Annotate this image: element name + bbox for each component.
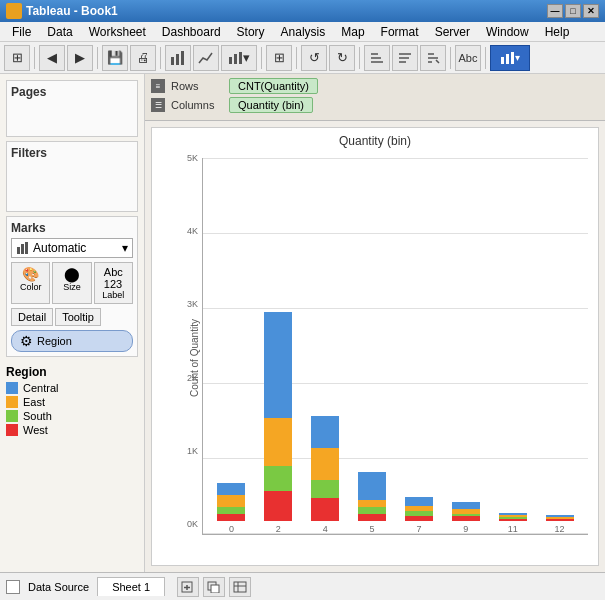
menu-window[interactable]: Window [478, 23, 537, 41]
maximize-button[interactable]: □ [565, 4, 581, 18]
bar-stack-2[interactable] [264, 312, 292, 521]
forward-button[interactable]: ▶ [67, 45, 93, 71]
filters-section: Filters [6, 141, 138, 212]
menu-file[interactable]: File [4, 23, 39, 41]
refresh-button[interactable]: ↺ [301, 45, 327, 71]
chart-title: Quantity (bin) [152, 128, 598, 150]
legend-item-west: West [6, 424, 138, 436]
chart-type-button[interactable]: ▾ [221, 45, 257, 71]
detail-button[interactable]: Detail [11, 308, 53, 326]
bar-segment-west [358, 514, 386, 521]
svg-rect-26 [234, 582, 246, 592]
color-button[interactable]: 🎨 Color [11, 262, 50, 304]
bar-stack-4[interactable] [311, 416, 339, 521]
bar-segment-south [358, 507, 386, 514]
marks-type-label: Automatic [33, 241, 86, 255]
x-label-12: 12 [555, 524, 565, 534]
filters-content [11, 163, 133, 207]
menu-help[interactable]: Help [537, 23, 578, 41]
menu-map[interactable]: Map [333, 23, 372, 41]
back-button[interactable]: ◀ [39, 45, 65, 71]
svg-rect-25 [211, 585, 219, 593]
pages-content [11, 102, 133, 132]
right-panel: ≡ Rows CNT(Quantity) ☰ Columns Quantity … [145, 74, 605, 572]
columns-pill[interactable]: Quantity (bin) [229, 97, 313, 113]
close-button[interactable]: ✕ [583, 4, 599, 18]
region-label: Region [37, 335, 72, 347]
more-sort-button[interactable] [420, 45, 446, 71]
bar-stack-5[interactable] [358, 472, 386, 521]
new-sheet-button[interactable] [177, 577, 199, 597]
bar-segment-east [358, 500, 386, 507]
tooltip-button[interactable]: Tooltip [55, 308, 101, 326]
bar-chart-icon[interactable] [165, 45, 191, 71]
bar-stack-0[interactable] [217, 483, 245, 521]
rows-pill[interactable]: CNT(Quantity) [229, 78, 318, 94]
marks-type-dropdown[interactable]: Automatic ▾ [11, 238, 133, 258]
label-marks-button[interactable]: Abc123 Label [94, 262, 133, 304]
sheet-1-tab[interactable]: Sheet 1 [97, 577, 165, 596]
bar-group-4: 4 [311, 416, 339, 534]
line-chart-icon[interactable] [193, 45, 219, 71]
menu-format[interactable]: Format [373, 23, 427, 41]
svg-rect-18 [17, 247, 20, 254]
view-data-button[interactable] [229, 577, 251, 597]
bar-stack-11[interactable] [499, 513, 527, 521]
menu-server[interactable]: Server [427, 23, 478, 41]
menu-dashboard[interactable]: Dashboard [154, 23, 229, 41]
bars-area: 0245791112 [203, 158, 588, 534]
status-icons [177, 577, 251, 597]
legend-item-central: Central [6, 382, 138, 394]
svg-rect-0 [171, 57, 174, 65]
svg-rect-15 [501, 57, 504, 64]
region-pill[interactable]: ⚙ Region [11, 330, 133, 352]
main-area: Pages Filters Marks Automatic ▾ 🎨 Color [0, 74, 605, 572]
menu-bar: File Data Worksheet Dashboard Story Anal… [0, 22, 605, 42]
print-button[interactable]: 🖨 [130, 45, 156, 71]
y-label-0k: 0K [163, 519, 198, 529]
svg-rect-1 [176, 54, 179, 65]
bar-stack-7[interactable] [405, 497, 433, 521]
sort-asc-button[interactable] [364, 45, 390, 71]
fit-button[interactable]: ⊞ [266, 45, 292, 71]
y-label-5k: 5K [163, 153, 198, 163]
bar-segment-west [264, 491, 292, 521]
menu-worksheet[interactable]: Worksheet [81, 23, 154, 41]
x-label-2: 2 [276, 524, 281, 534]
bar-segment-south [264, 466, 292, 491]
bar-stack-12[interactable] [546, 515, 574, 521]
svg-rect-17 [511, 52, 514, 64]
bar-stack-9[interactable] [452, 502, 480, 521]
show-me-button[interactable]: ▾ [490, 45, 530, 71]
auto-update-button[interactable]: ↻ [329, 45, 355, 71]
label-icon: Abc123 [104, 266, 123, 290]
menu-analysis[interactable]: Analysis [273, 23, 334, 41]
size-button[interactable]: ⬤ Size [52, 262, 91, 304]
pages-title: Pages [11, 85, 133, 99]
bar-segment-west [311, 498, 339, 521]
minimize-button[interactable]: — [547, 4, 563, 18]
svg-rect-20 [25, 242, 28, 254]
save-button[interactable]: 💾 [102, 45, 128, 71]
label-button[interactable]: Abc [455, 45, 481, 71]
data-source-label: Data Source [28, 581, 89, 593]
sort-desc-button[interactable] [392, 45, 418, 71]
y-labels: 5K 4K 3K 2K 1K 0K [163, 158, 198, 534]
bar-segment-east [217, 495, 245, 507]
color-label: Color [20, 282, 42, 292]
svg-rect-16 [506, 54, 509, 64]
bar-segment-central [452, 502, 480, 509]
bar-group-2: 2 [264, 312, 292, 534]
menu-story[interactable]: Story [229, 23, 273, 41]
marks-section: Marks Automatic ▾ 🎨 Color ⬤ Size Abc123 … [6, 216, 138, 357]
chart-container: Quantity (bin) Count of Quantity 5K 4K 3… [151, 127, 599, 566]
rows-icon: ≡ [151, 79, 165, 93]
new-button[interactable]: ⊞ [4, 45, 30, 71]
duplicate-sheet-button[interactable] [203, 577, 225, 597]
columns-icon: ☰ [151, 98, 165, 112]
svg-rect-2 [181, 51, 184, 65]
legend-section: Region Central East South West [6, 365, 138, 438]
menu-data[interactable]: Data [39, 23, 80, 41]
y-label-3k: 3K [163, 299, 198, 309]
data-source-checkbox[interactable] [6, 580, 20, 594]
